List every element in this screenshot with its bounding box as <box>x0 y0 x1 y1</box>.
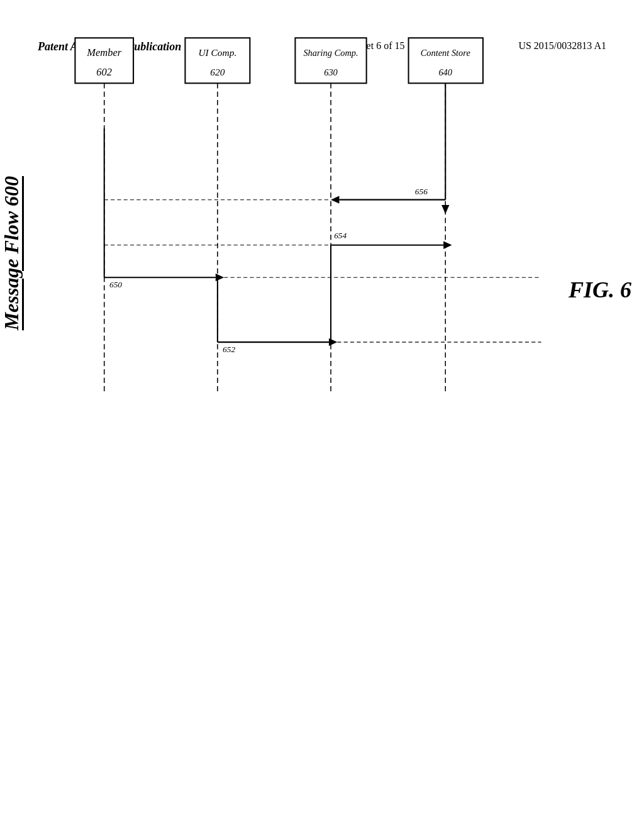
svg-text:Sharing Comp.: Sharing Comp. <box>303 48 358 58</box>
svg-text:602: 602 <box>96 66 112 78</box>
svg-text:652: 652 <box>223 345 235 354</box>
svg-text:Member: Member <box>86 47 121 58</box>
svg-text:630: 630 <box>324 67 338 77</box>
svg-text:640: 640 <box>438 67 452 77</box>
figure-label: FIG. 6 <box>569 277 631 303</box>
svg-marker-33 <box>331 196 339 203</box>
sequence-diagram: Member 602 UI Comp. 620 Sharing Comp. 63… <box>50 31 566 472</box>
svg-text:656: 656 <box>415 187 428 196</box>
svg-marker-18 <box>216 274 224 281</box>
svg-marker-36 <box>441 205 449 214</box>
diagram-title: Message Flow 600 <box>0 176 23 330</box>
svg-marker-23 <box>329 338 337 346</box>
svg-text:Content Store: Content Store <box>421 48 471 58</box>
svg-text:UI Comp.: UI Comp. <box>198 47 236 58</box>
svg-text:654: 654 <box>334 231 347 240</box>
svg-text:650: 650 <box>109 280 122 289</box>
svg-marker-28 <box>443 241 452 249</box>
svg-text:620: 620 <box>210 67 225 77</box>
